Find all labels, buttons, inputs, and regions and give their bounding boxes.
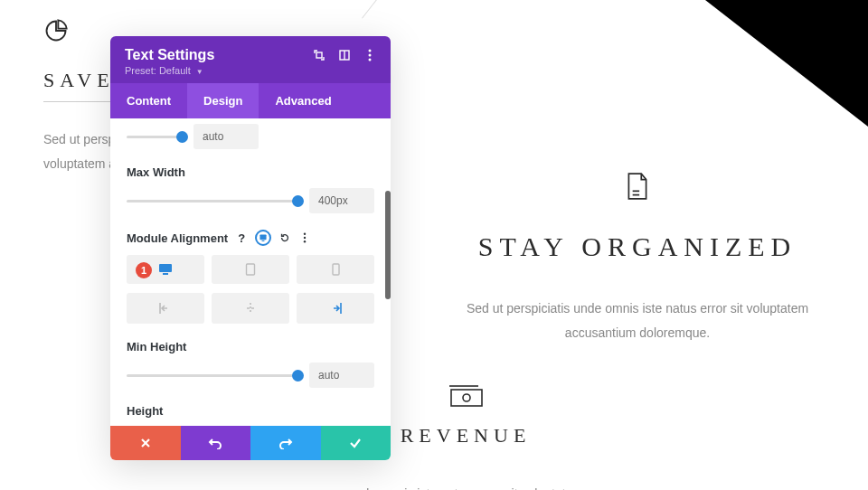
svg-rect-10	[260, 234, 267, 240]
height-label: Height	[127, 404, 374, 418]
slider-prev[interactable]	[127, 136, 183, 138]
panel-body: Max Width Module Alignment ?	[110, 118, 391, 426]
slider-handle-icon[interactable]	[176, 131, 188, 143]
max-width-input[interactable]	[309, 188, 374, 213]
svg-rect-4	[316, 52, 322, 58]
snap-icon[interactable]	[338, 49, 351, 61]
min-height-label: Min Height	[127, 340, 374, 353]
responsive-icon[interactable]	[255, 230, 271, 246]
max-width-slider[interactable]	[127, 200, 298, 203]
reset-icon[interactable]	[278, 231, 291, 244]
step-badge: 1	[136, 262, 152, 278]
device-phone-button[interactable]	[297, 255, 374, 284]
align-left-button[interactable]	[127, 293, 204, 324]
width-value-input[interactable]	[193, 124, 259, 149]
tab-advanced[interactable]: Advanced	[259, 83, 347, 118]
text-settings-panel: Text Settings Preset: Default ▼ Content …	[110, 36, 391, 460]
svg-point-7	[369, 50, 372, 52]
svg-rect-2	[451, 390, 482, 406]
align-center-button[interactable]	[212, 293, 289, 324]
help-icon[interactable]: ?	[235, 231, 248, 244]
preset-label: Preset: Default	[125, 65, 191, 76]
panel-tabs: Content Design Advanced	[110, 83, 391, 118]
align-right-button[interactable]	[297, 293, 374, 324]
svg-rect-15	[159, 264, 172, 272]
decorative-triangle	[705, 0, 868, 127]
svg-point-9	[369, 59, 372, 61]
chevron-down-icon: ▼	[196, 68, 203, 76]
feature-right-column: STAY ORGANIZED Sed ut perspiciatis unde …	[443, 172, 832, 344]
pie-chart-icon	[43, 18, 69, 43]
slider-handle-icon[interactable]	[292, 195, 304, 207]
module-alignment-label: Module Alignment	[127, 231, 228, 245]
right-heading: STAY ORGANIZED	[443, 231, 832, 271]
svg-rect-16	[163, 273, 168, 275]
redo-button[interactable]	[250, 426, 321, 460]
svg-point-3	[463, 394, 470, 401]
expand-icon[interactable]	[313, 49, 326, 61]
right-body: Sed ut perspiciatis unde omnis iste natu…	[443, 297, 832, 344]
undo-button[interactable]	[181, 426, 251, 460]
panel-header: Text Settings Preset: Default ▼	[110, 36, 391, 83]
document-icon	[626, 172, 649, 201]
svg-rect-17	[247, 264, 255, 275]
device-tablet-button[interactable]	[212, 255, 289, 284]
scrollbar-thumb[interactable]	[385, 191, 391, 299]
options-icon[interactable]	[298, 231, 311, 244]
svg-rect-11	[262, 240, 265, 241]
save-button[interactable]	[321, 426, 392, 460]
device-selector: 1	[127, 255, 374, 284]
panel-footer	[110, 426, 391, 460]
min-height-input[interactable]	[309, 363, 374, 388]
min-height-slider[interactable]	[127, 374, 298, 377]
svg-point-14	[304, 240, 306, 242]
money-icon	[448, 384, 484, 408]
tab-design[interactable]: Design	[187, 83, 259, 118]
more-icon[interactable]	[363, 49, 376, 61]
preset-dropdown[interactable]: Preset: Default ▼	[125, 65, 376, 76]
tab-content[interactable]: Content	[110, 83, 187, 118]
svg-point-13	[304, 237, 306, 239]
slider-handle-icon[interactable]	[292, 370, 304, 382]
cancel-button[interactable]	[110, 426, 181, 460]
max-width-label: Max Width	[127, 165, 374, 179]
alignment-selector	[127, 293, 374, 324]
svg-rect-18	[333, 264, 339, 275]
revenue-body: unde omnis iste natus error sit voluptat…	[330, 482, 601, 490]
panel-title: Text Settings	[125, 47, 300, 63]
svg-point-8	[369, 54, 372, 57]
svg-point-12	[304, 233, 306, 235]
